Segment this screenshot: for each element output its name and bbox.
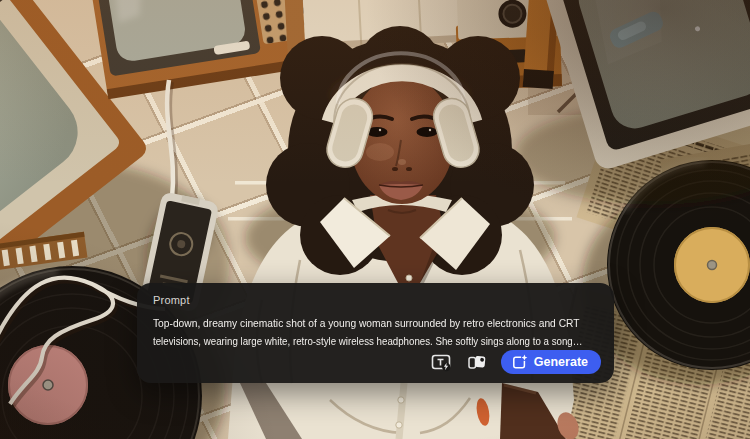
firefly-canvas: Prompt Top-down, dreamy cinematic shot o…	[0, 0, 750, 439]
prompt-line-1: Top-down, dreamy cinematic shot of a you…	[153, 314, 549, 332]
reference-image-button[interactable]	[466, 352, 488, 372]
prompt-line-2: televisions, wearing large white, retro-…	[153, 332, 529, 350]
generate-label: Generate	[534, 355, 588, 369]
prompt-actions: Generate	[431, 350, 601, 374]
generate-button[interactable]: Generate	[501, 350, 601, 374]
prompt-label: Prompt	[153, 294, 598, 306]
prompt-panel: Prompt Top-down, dreamy cinematic shot o…	[137, 283, 614, 383]
reference-image-icon	[467, 353, 487, 371]
text-lightning-icon	[431, 352, 452, 372]
text-prompt-settings-button[interactable]	[431, 352, 453, 372]
generate-sparkle-icon	[512, 354, 528, 370]
prompt-input[interactable]: Top-down, dreamy cinematic shot of a you…	[153, 314, 598, 350]
